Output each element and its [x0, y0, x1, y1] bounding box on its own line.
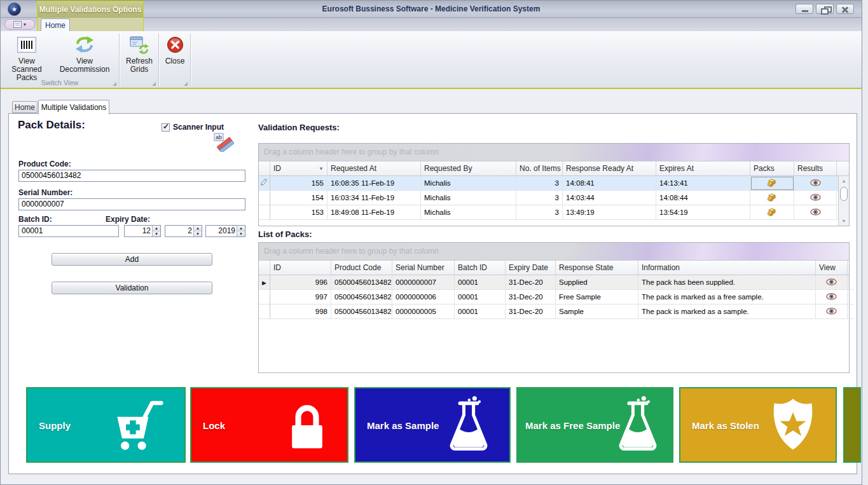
- results-button[interactable]: [794, 191, 837, 205]
- cell-serial-number: 0000000006: [392, 290, 455, 304]
- expiry-month-stepper[interactable]: 2 ▲▼: [165, 225, 202, 237]
- column-header-results[interactable]: Results: [794, 161, 837, 175]
- column-header-serial-number[interactable]: Serial Number: [392, 261, 455, 275]
- row-indicator: [259, 205, 270, 220]
- results-button[interactable]: [794, 205, 837, 220]
- view-decommission-label: View Decommission: [52, 57, 118, 74]
- add-button[interactable]: Add: [52, 253, 212, 266]
- column-header-expires-at[interactable]: Expires At: [656, 161, 750, 175]
- partial-action-button[interactable]: [843, 387, 861, 463]
- table-row[interactable]: 154 16:03:34 11-Feb-19 Michalis 3 14:03:…: [259, 191, 849, 205]
- mark-as-stolen-action-button[interactable]: Mark as Stolen: [679, 387, 837, 463]
- cell-requested-at: 16:08:35 11-Feb-19: [327, 176, 421, 191]
- view-button[interactable]: [816, 304, 848, 319]
- filler-header: [848, 261, 854, 275]
- product-code-label: Product Code:: [18, 160, 71, 168]
- validation-requests-grid: Drag a column header here to group by th…: [258, 143, 850, 226]
- group-separator: [190, 34, 191, 86]
- table-row[interactable]: 153 18:49:08 11-Feb-19 Michalis 3 13:49:…: [259, 205, 849, 220]
- supply-action-button[interactable]: Supply: [26, 387, 186, 463]
- expiry-day-stepper[interactable]: 12 ▲▼: [124, 225, 161, 237]
- mark-as-sample-action-button[interactable]: Mark as Sample: [354, 387, 511, 463]
- restore-button[interactable]: [816, 4, 834, 14]
- view-decommission-button[interactable]: View Decommission: [52, 33, 118, 74]
- packs-button[interactable]: [750, 191, 794, 205]
- spinner-up-icon[interactable]: ▲: [237, 226, 245, 231]
- column-header-id[interactable]: ID: [270, 261, 331, 275]
- column-header-product-code[interactable]: Product Code: [331, 261, 392, 275]
- scroll-up-icon[interactable]: ▲: [839, 176, 849, 186]
- column-header-information[interactable]: Information: [638, 261, 816, 275]
- tab-multiple-validations[interactable]: Multiple Validations: [38, 100, 109, 114]
- close-red-icon: [167, 36, 184, 53]
- close-window-button[interactable]: [836, 4, 854, 14]
- column-header-view[interactable]: View: [816, 261, 848, 275]
- filler-cell: [848, 275, 854, 290]
- recycle-arrows-icon: [74, 35, 95, 54]
- validation-button[interactable]: Validation: [52, 282, 212, 294]
- minimize-button[interactable]: [796, 4, 813, 14]
- scrollbar-thumb[interactable]: [840, 187, 848, 201]
- cell-expires-at: 14:08:44: [656, 191, 750, 205]
- clear-fields-button[interactable]: ab: [214, 133, 234, 154]
- cell-ready-at: 14:08:41: [563, 176, 656, 191]
- row-indicator: [259, 176, 270, 191]
- serial-number-label: Serial Number:: [18, 188, 72, 197]
- view-button[interactable]: [816, 275, 848, 290]
- cart-plus-icon: [107, 398, 168, 452]
- column-header-response-state[interactable]: Response State: [556, 261, 638, 275]
- table-row[interactable]: 998 05000456013482 0000000005 00001 31-D…: [259, 304, 849, 319]
- lock-action-button[interactable]: Lock: [190, 387, 348, 463]
- column-header-requested-at[interactable]: Requested At: [327, 161, 421, 175]
- column-header-requested-by[interactable]: Requested By: [421, 161, 516, 175]
- spinner-down-icon[interactable]: ▼: [194, 231, 202, 236]
- row-indicator: [259, 290, 270, 304]
- column-header-expiry-date[interactable]: Expiry Date: [506, 261, 556, 275]
- view-scanned-packs-button[interactable]: View Scanned Packs: [4, 33, 49, 82]
- dialog-launcher-icon[interactable]: [152, 82, 156, 86]
- expiry-year-stepper[interactable]: 2019 ▲▼: [205, 225, 245, 237]
- view-button[interactable]: [816, 290, 848, 304]
- close-button[interactable]: Close: [161, 33, 189, 65]
- app-orb-button[interactable]: ★: [8, 3, 21, 16]
- product-code-field[interactable]: 05000456013482: [18, 170, 245, 182]
- flask-icon: [614, 395, 662, 456]
- vertical-scrollbar[interactable]: ▲ ▼: [838, 176, 849, 226]
- table-row[interactable]: ▶ 996 05000456013482 0000000007 00001 31…: [259, 275, 849, 290]
- cell-product-code: 05000456013482: [331, 275, 392, 290]
- quick-access-toolbar[interactable]: ▾: [4, 19, 35, 30]
- group-by-panel: Drag a column header here to group by th…: [259, 144, 849, 161]
- spinner-down-icon[interactable]: ▼: [153, 231, 160, 236]
- dialog-launcher-icon[interactable]: [113, 82, 116, 86]
- scanner-input-checkbox[interactable]: ✓ Scanner Input: [162, 123, 224, 132]
- title-bar: ★ Multiple Validations Options Eurosoft …: [1, 1, 862, 18]
- cell-batch-id: 00001: [455, 275, 506, 290]
- results-button[interactable]: [794, 176, 837, 191]
- cell-requested-by: Michalis: [421, 191, 516, 205]
- scroll-down-icon[interactable]: ▼: [839, 216, 849, 226]
- column-header-id[interactable]: ▼ID: [270, 161, 327, 175]
- spinner-up-icon[interactable]: ▲: [153, 226, 160, 231]
- packs-button[interactable]: [750, 205, 794, 220]
- table-row[interactable]: 155 16:08:35 11-Feb-19 Michalis 3 14:08:…: [259, 176, 849, 191]
- mark-as-free-sample-action-button[interactable]: Mark as Free Sample: [516, 387, 673, 463]
- column-header-batch-id[interactable]: Batch ID: [455, 261, 506, 275]
- ribbon-tab-home[interactable]: Home: [41, 18, 70, 31]
- batch-id-field[interactable]: 00001: [18, 225, 119, 237]
- refresh-grids-button[interactable]: Refresh Grids: [122, 33, 156, 74]
- table-row[interactable]: 997 05000456013482 0000000006 00001 31-D…: [259, 290, 849, 304]
- column-header-ready-at[interactable]: Response Ready At: [563, 161, 656, 175]
- scanner-input-label: Scanner Input: [173, 123, 224, 132]
- dialog-launcher-icon[interactable]: [184, 82, 188, 86]
- column-header-packs[interactable]: Packs: [750, 161, 794, 175]
- eye-icon: [810, 179, 821, 186]
- mark-as-free-sample-label: Mark as Free Sample: [525, 420, 620, 430]
- mark-as-stolen-label: Mark as Stolen: [692, 420, 759, 430]
- column-header-items[interactable]: No. of Items: [516, 161, 563, 175]
- spinner-up-icon[interactable]: ▲: [194, 226, 202, 231]
- spinner-down-icon[interactable]: ▼: [237, 231, 245, 236]
- tab-home[interactable]: Home: [12, 101, 38, 113]
- eye-icon: [810, 194, 821, 201]
- packs-button[interactable]: [750, 176, 794, 191]
- serial-number-field[interactable]: 0000000007: [18, 198, 245, 210]
